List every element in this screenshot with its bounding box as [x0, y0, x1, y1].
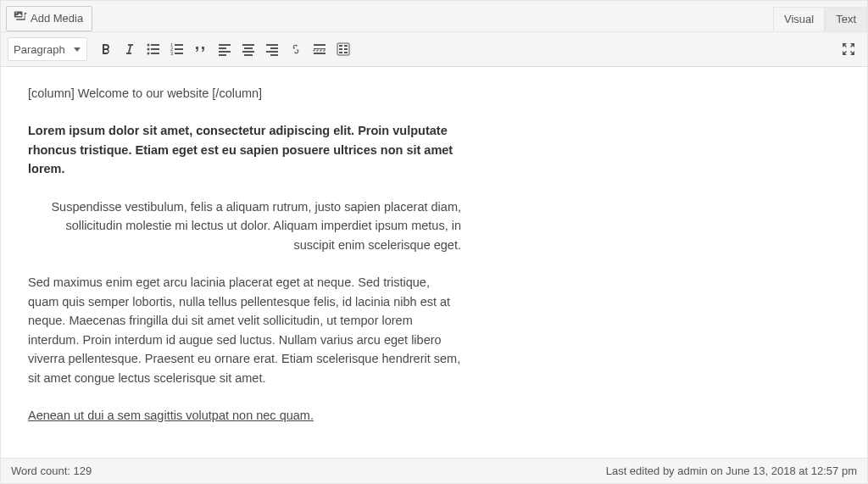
svg-rect-30 — [344, 45, 348, 47]
svg-rect-27 — [314, 53, 326, 54]
tab-text[interactable]: Text — [825, 7, 867, 32]
svg-rect-9 — [175, 48, 183, 50]
paragraph-bold[interactable]: Lorem ipsum dolor sit amet, consectetur … — [28, 121, 461, 178]
svg-rect-12 — [219, 44, 231, 46]
svg-rect-14 — [219, 51, 231, 53]
svg-point-4 — [147, 53, 150, 55]
numbered-list-button[interactable]: 123 — [165, 37, 189, 61]
svg-point-2 — [147, 48, 150, 51]
svg-rect-19 — [244, 54, 253, 56]
svg-rect-20 — [266, 44, 278, 46]
svg-rect-23 — [270, 54, 278, 56]
add-media-label: Add Media — [31, 11, 83, 26]
editor-toolbar: Paragraph 123 — [1, 31, 867, 67]
word-count: Word count: 129 — [11, 465, 92, 477]
paragraph-shortcode[interactable]: [column] Welcome to our website [/column… — [28, 84, 461, 103]
media-icon — [14, 9, 31, 27]
bold-button[interactable] — [94, 37, 118, 61]
content-area[interactable]: [column] Welcome to our website [/column… — [1, 67, 867, 458]
last-edited: Last edited by admin on June 13, 2018 at… — [606, 465, 857, 477]
align-left-button[interactable] — [213, 37, 236, 61]
status-bar: Word count: 129 Last edited by admin on … — [1, 458, 867, 483]
link-button[interactable] — [284, 37, 308, 61]
svg-rect-5 — [151, 53, 159, 54]
read-more-button[interactable] — [308, 37, 331, 61]
format-select[interactable]: Paragraph — [8, 37, 87, 61]
svg-rect-13 — [219, 47, 226, 49]
svg-rect-31 — [339, 48, 342, 50]
paragraph-underline[interactable]: Aenean ut dui a sem sagittis volutpat no… — [28, 406, 461, 425]
tab-visual[interactable]: Visual — [773, 7, 825, 32]
paragraph-quote[interactable]: Suspendisse vestibulum, felis a aliquam … — [28, 197, 461, 254]
svg-point-0 — [147, 44, 150, 47]
svg-text:3: 3 — [170, 51, 174, 56]
quote-button[interactable] — [189, 37, 213, 61]
svg-rect-16 — [242, 44, 254, 46]
editor-tabs: Visual Text — [773, 6, 867, 31]
svg-rect-1 — [151, 44, 159, 46]
bullet-list-button[interactable] — [142, 37, 165, 61]
svg-rect-32 — [344, 48, 348, 50]
svg-rect-15 — [219, 54, 226, 56]
svg-rect-24 — [314, 44, 326, 46]
svg-rect-34 — [344, 52, 348, 53]
align-center-button[interactable] — [236, 37, 260, 61]
fullscreen-button[interactable] — [837, 37, 860, 61]
align-right-button[interactable] — [260, 37, 284, 61]
format-select-wrap: Paragraph — [8, 37, 87, 61]
svg-rect-26 — [314, 50, 326, 51]
svg-rect-21 — [270, 47, 278, 49]
svg-rect-18 — [242, 51, 254, 53]
add-media-button[interactable]: Add Media — [6, 6, 92, 31]
paragraph-body[interactable]: Sed maximus enim eget arcu lacinia place… — [28, 273, 461, 387]
svg-rect-11 — [175, 53, 183, 54]
svg-rect-33 — [339, 52, 342, 53]
svg-rect-25 — [314, 48, 326, 49]
content-body: [column] Welcome to our website [/column… — [1, 67, 480, 458]
svg-rect-22 — [266, 51, 278, 53]
svg-rect-7 — [175, 44, 183, 46]
svg-rect-29 — [339, 45, 342, 47]
svg-rect-17 — [244, 47, 253, 49]
svg-rect-3 — [151, 48, 159, 50]
italic-button[interactable] — [118, 37, 142, 61]
toolbar-toggle-button[interactable] — [331, 37, 355, 61]
top-row: Add Media Visual Text — [1, 1, 867, 31]
editor-container: Add Media Visual Text Paragraph 123 [col… — [0, 0, 868, 484]
